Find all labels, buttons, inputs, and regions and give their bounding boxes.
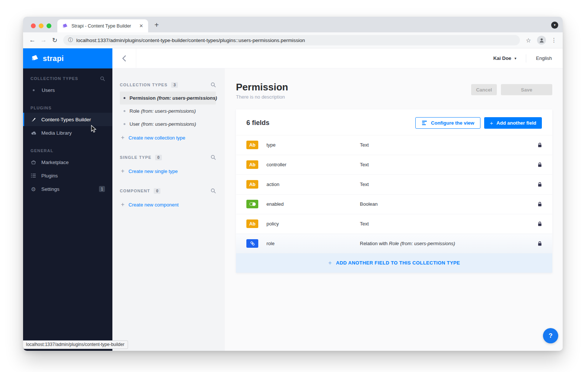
strapi-logo-icon (31, 54, 39, 62)
save-button[interactable]: Save (501, 84, 552, 95)
sidebar-item-plugins[interactable]: Plugins (23, 169, 112, 182)
search-icon[interactable] (211, 82, 216, 87)
text-field-icon: Ab (246, 180, 258, 189)
forward-icon[interactable]: → (38, 36, 49, 44)
text-field-icon: Ab (246, 160, 258, 169)
strapi-favicon-icon (62, 23, 68, 29)
new-tab-button[interactable]: + (152, 20, 161, 30)
field-name: type (266, 142, 360, 148)
sidebar-item-media-library[interactable]: Media Library (23, 126, 112, 140)
settings-badge: 1 (99, 186, 105, 192)
sliders-icon (422, 121, 427, 125)
field-type: Text (360, 162, 538, 167)
tab-strip: Strapi - Content Type Builder ✕ + ▼ (23, 17, 563, 32)
minimize-window-button[interactable] (39, 23, 44, 28)
lock-icon (538, 182, 542, 187)
page-title: Permission (236, 82, 288, 93)
app-back-button[interactable] (112, 48, 136, 68)
bookmark-star-icon[interactable]: ☆ (523, 37, 534, 44)
collection-type-item-role[interactable]: Role(from: users-permissions) (120, 105, 216, 118)
user-name: Kai Doe (493, 55, 511, 61)
help-button[interactable]: ? (543, 328, 558, 343)
field-row-enabled[interactable]: enabled Boolean (236, 194, 552, 214)
field-row-controller[interactable]: Ab controller Text (236, 155, 552, 174)
page-subtitle: There is no description (236, 94, 288, 100)
field-row-type[interactable]: Ab type Text (236, 135, 552, 155)
plus-icon: + (490, 120, 493, 126)
chevron-down-icon: ▾ (515, 57, 517, 60)
app-body: COLLECTION TYPES Users PLUGINS (23, 68, 563, 351)
plus-icon: + (121, 168, 124, 174)
field-name: enabled (266, 201, 360, 207)
sidebar-item-settings[interactable]: ⚙ Settings 1 (23, 182, 112, 196)
search-tabs-button[interactable]: ▼ (551, 22, 558, 29)
lock-icon (538, 241, 542, 246)
add-another-field-button[interactable]: + Add another field (484, 117, 542, 129)
collection-type-item-permission[interactable]: Permission(from: users-permissions) (120, 92, 216, 105)
user-menu[interactable]: Kai Doe ▾ (493, 55, 516, 61)
field-row-policy[interactable]: Ab policy Text (236, 214, 552, 234)
field-name: action (266, 182, 360, 187)
browser-tab[interactable]: Strapi - Content Type Builder ✕ (57, 19, 148, 32)
browser-profile-avatar[interactable] (537, 36, 546, 45)
sidebar-item-content-types-builder[interactable]: Content-Types Builder (23, 113, 112, 126)
field-name: policy (266, 221, 360, 227)
bullet-icon (33, 89, 35, 91)
browser-toolbar: ← → ↻ ⓘ localhost:1337/admin/plugins/con… (23, 32, 563, 48)
configure-view-button[interactable]: Configure the view (415, 117, 480, 129)
window-controls (31, 23, 51, 28)
add-field-footer-button[interactable]: + ADD ANOTHER FIELD TO THIS COLLECTION T… (236, 253, 552, 273)
field-type: Relation with Role (from: users-permissi… (360, 241, 538, 246)
lock-icon (538, 202, 542, 207)
back-icon[interactable]: ← (27, 36, 38, 44)
group-single-type: SINGLE TYPE 0 (120, 154, 216, 160)
content-type-header: Permission There is no description Cance… (236, 82, 552, 100)
plus-icon: + (328, 260, 332, 266)
browser-menu-icon[interactable]: ⋮ (549, 37, 559, 44)
plus-icon: + (121, 134, 124, 141)
create-component-link[interactable]: + Create new component (120, 198, 216, 212)
single-type-count-badge: 0 (155, 155, 162, 160)
search-icon[interactable] (100, 76, 105, 81)
app-header-bar: Kai Doe ▾ English (112, 48, 563, 68)
sidebar-item-marketplace[interactable]: Marketplace (23, 155, 112, 169)
close-tab-icon[interactable]: ✕ (138, 23, 144, 29)
text-field-icon: Ab (246, 141, 258, 149)
sidebar-section-general: GENERAL (23, 146, 112, 155)
fields-card-header: 6 fields Configure the view + Add anothe… (236, 109, 552, 135)
text-field-icon: Ab (246, 219, 258, 228)
close-window-button[interactable] (31, 23, 36, 28)
create-single-type-link[interactable]: + Create new single type (120, 164, 216, 178)
field-type: Text (360, 142, 538, 148)
paintbrush-icon (31, 116, 36, 122)
site-info-icon[interactable]: ⓘ (68, 37, 73, 44)
maximize-window-button[interactable] (47, 23, 51, 28)
plus-icon: + (121, 201, 124, 208)
group-component: COMPONENT 0 (120, 188, 216, 194)
field-name: role (266, 241, 360, 246)
bullet-icon (124, 123, 125, 125)
create-collection-type-link[interactable]: + Create new collection type (120, 131, 216, 145)
boolean-field-icon (246, 200, 258, 208)
field-row-role[interactable]: role Relation with Role (from: users-per… (236, 234, 552, 253)
strapi-admin-app: strapi Kai Doe ▾ English COLLECTION TYPE… (23, 48, 563, 351)
lock-icon (538, 162, 542, 167)
field-row-action[interactable]: Ab action Text (236, 174, 552, 194)
sidebar-item-users[interactable]: Users (23, 83, 112, 97)
search-icon[interactable] (211, 155, 216, 160)
main-content: Permission There is no description Cance… (225, 68, 563, 351)
url-bar[interactable]: ⓘ localhost:1337/admin/plugins/content-t… (63, 35, 520, 45)
fields-count: 6 fields (246, 119, 269, 127)
strapi-logo[interactable]: strapi (23, 48, 112, 68)
mouse-cursor (91, 125, 97, 135)
relation-field-icon (246, 239, 258, 248)
cancel-button[interactable]: Cancel (471, 84, 497, 95)
sidebar-section-collection-types: COLLECTION TYPES (23, 74, 112, 83)
basket-icon (31, 159, 36, 165)
sidebar-section-plugins: PLUGINS (23, 103, 112, 113)
search-icon[interactable] (211, 188, 216, 193)
language-selector[interactable]: English (536, 55, 552, 61)
reload-icon[interactable]: ↻ (49, 36, 60, 44)
gear-icon: ⚙ (31, 186, 36, 192)
collection-type-item-user[interactable]: User(from: users-permissions) (120, 118, 216, 131)
